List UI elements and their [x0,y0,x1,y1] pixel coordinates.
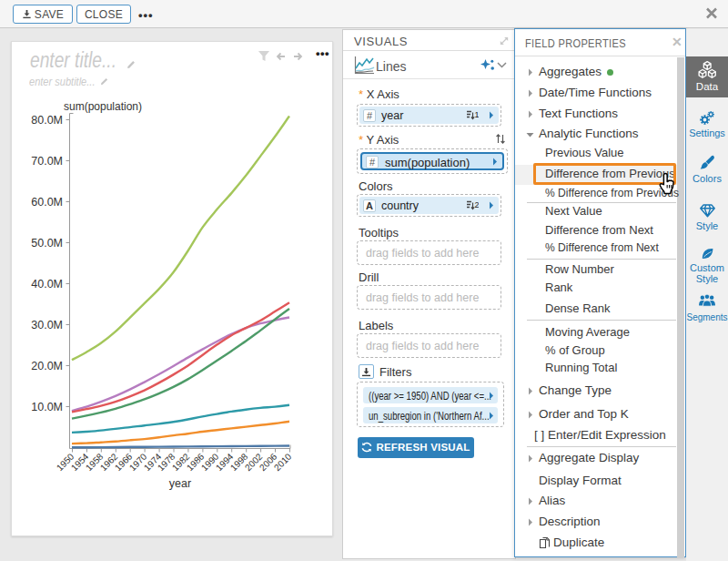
svg-text:sum(population): sum(population) [64,100,142,113]
svg-text:80.0M: 80.0M [31,114,63,127]
svg-text:60.0M: 60.0M [31,196,63,209]
svg-text:40.0M: 40.0M [31,278,63,291]
svg-text:2: 2 [475,200,480,209]
svg-text:year: year [169,477,191,490]
svg-text:20.0M: 20.0M [31,360,63,372]
svg-text:50.0M: 50.0M [31,237,63,250]
svg-text:1: 1 [475,110,480,119]
svg-text:2010: 2010 [272,451,294,473]
svg-text:30.0M: 30.0M [31,319,63,332]
svg-text:70.0M: 70.0M [31,155,63,168]
svg-text:10.0M: 10.0M [31,401,63,413]
